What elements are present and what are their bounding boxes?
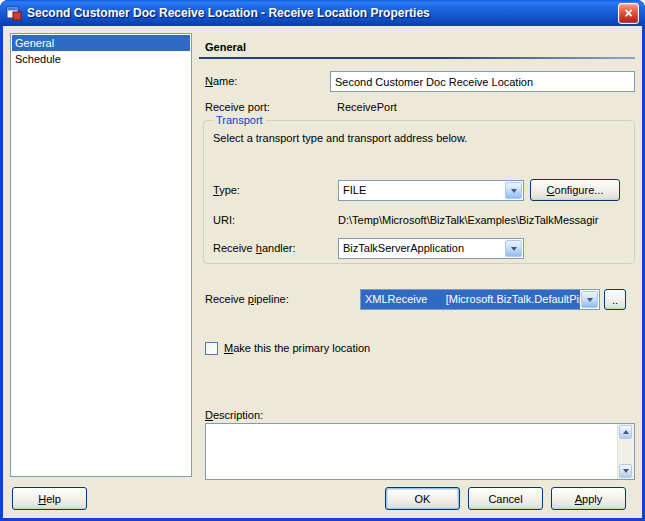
chevron-down-icon[interactable] [505, 182, 522, 199]
transport-type-select[interactable]: FILE [338, 180, 524, 201]
uri-value: D:\Temp\Microsoft\BizTalk\Examples\BizTa… [338, 214, 632, 226]
apply-button[interactable]: Apply [551, 487, 626, 510]
name-label: Name: [205, 75, 237, 87]
receive-handler-label: Receive handler: [213, 242, 296, 254]
ok-button[interactable]: OK [385, 487, 460, 510]
primary-location-label: Make this the primary location [224, 342, 370, 354]
close-icon: × [624, 6, 632, 20]
description-scrollbar[interactable] [617, 424, 634, 479]
sidebar-item-general[interactable]: General [12, 35, 190, 51]
transport-group-label: Transport [213, 114, 266, 126]
window-title: Second Customer Doc Receive Location - R… [27, 6, 613, 20]
description-value[interactable] [206, 424, 617, 479]
scroll-up-icon[interactable] [619, 425, 632, 439]
receive-handler-value: BizTalkServerApplication [339, 239, 504, 258]
transport-type-value: FILE [339, 181, 504, 200]
title-bar[interactable]: Second Customer Doc Receive Location - R… [0, 0, 645, 26]
receive-port-label: Receive port: [205, 101, 270, 113]
receive-pipeline-select[interactable]: XMLReceive [Microsoft.BizTalk.DefaultPip [360, 289, 600, 310]
cancel-button[interactable]: Cancel [468, 487, 543, 510]
name-input[interactable] [330, 71, 635, 92]
dialog-window: Second Customer Doc Receive Location - R… [0, 0, 645, 521]
transport-group: Transport Select a transport type and tr… [203, 120, 635, 264]
configure-button[interactable]: Configure... [530, 179, 620, 201]
sidebar-item-schedule[interactable]: Schedule [12, 51, 190, 67]
app-icon [6, 5, 22, 21]
chevron-down-icon[interactable] [581, 291, 598, 308]
transport-intro-text: Select a transport type and transport ad… [213, 132, 467, 144]
section-title: General [205, 41, 246, 53]
receive-port-value: ReceivePort [337, 101, 397, 113]
help-button[interactable]: Help [12, 487, 87, 510]
page-list: General Schedule [10, 33, 192, 477]
uri-label: URI: [213, 214, 235, 226]
scroll-down-icon[interactable] [619, 464, 632, 478]
close-button[interactable]: × [618, 3, 639, 24]
header-divider [199, 57, 635, 59]
primary-location-checkbox[interactable] [205, 342, 218, 355]
receive-pipeline-value: XMLReceive [Microsoft.BizTalk.DefaultPip [361, 290, 580, 309]
receive-pipeline-label: Receive pipeline: [205, 293, 289, 305]
receive-handler-select[interactable]: BizTalkServerApplication [338, 238, 524, 259]
chevron-down-icon[interactable] [505, 240, 522, 257]
description-label: Description: [205, 409, 263, 421]
transport-type-label: Type: [213, 184, 240, 196]
description-textarea[interactable] [205, 423, 635, 480]
pipeline-browse-button[interactable]: .. [604, 289, 626, 310]
